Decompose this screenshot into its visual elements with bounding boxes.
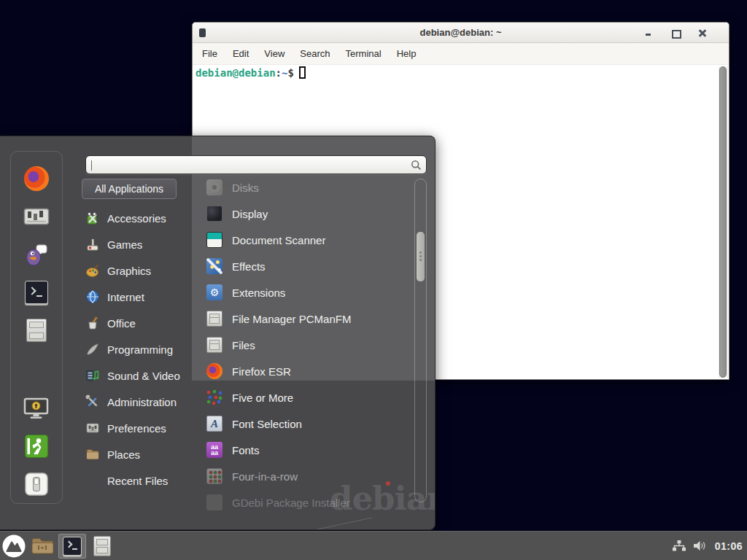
menu-scrollbar-thumb[interactable]	[417, 232, 425, 281]
favorite-firefox[interactable]	[23, 166, 50, 191]
app-label: Five or More	[232, 392, 293, 404]
app-label: Fonts	[232, 444, 260, 456]
terminal-prompt: debian@debian:~$	[196, 67, 306, 79]
four-in-a-row-icon	[206, 468, 222, 484]
firefox-icon	[206, 363, 222, 379]
disks-icon	[206, 179, 222, 195]
category-all-applications[interactable]: All Applications	[82, 179, 177, 199]
app-item-display[interactable]: Display	[206, 201, 412, 227]
category-label: Games	[107, 238, 142, 251]
terminal-scrollbar-thumb[interactable]	[719, 66, 727, 378]
menu-view[interactable]: View	[264, 48, 285, 59]
app-item-four-in-a-row[interactable]: Four-in-a-row	[206, 463, 412, 489]
category-sound-video[interactable]: Sound & Video	[82, 362, 201, 389]
network-icon[interactable]	[672, 540, 686, 552]
category-graphics[interactable]: Graphics	[82, 257, 201, 284]
app-label: Disks	[232, 182, 259, 194]
menu-terminal[interactable]: Terminal	[346, 48, 382, 59]
category-label: Graphics	[107, 265, 151, 277]
clock[interactable]: 01:06	[713, 540, 743, 552]
five-or-more-icon	[206, 389, 222, 405]
pidgin-icon	[24, 242, 49, 267]
favorite-terminal[interactable]	[23, 280, 50, 305]
app-item-files[interactable]: Files	[206, 332, 412, 358]
category-places[interactable]: Places	[82, 441, 201, 467]
session-lock-screen[interactable]	[23, 396, 50, 421]
search-input[interactable]	[86, 157, 411, 173]
sound-video-icon	[85, 368, 100, 383]
menu-search-box[interactable]	[85, 155, 427, 174]
document-scanner-icon	[206, 232, 222, 248]
display-icon	[206, 206, 222, 222]
category-office[interactable]: Office	[82, 310, 201, 336]
close-icon[interactable]	[698, 28, 707, 37]
category-accessories[interactable]: Accessories	[82, 205, 201, 231]
app-item-disks[interactable]: Disks	[206, 174, 412, 201]
menu-scrollbar[interactable]	[414, 179, 427, 502]
category-internet[interactable]: Internet	[82, 284, 201, 310]
app-item-document-scanner[interactable]: Document Scanner	[206, 227, 412, 253]
favorite-preferences[interactable]	[23, 204, 50, 229]
terminal-scrollbar[interactable]	[719, 66, 728, 378]
programming-icon	[85, 342, 100, 357]
taskbar-file-manager-folder[interactable]	[28, 532, 57, 560]
menu-edit[interactable]: Edit	[233, 48, 249, 59]
category-label: Programming	[107, 343, 173, 356]
wallpaper-swirl-line	[198, 518, 373, 530]
favorites-rail	[10, 151, 63, 504]
app-label: Files	[232, 339, 255, 351]
category-games[interactable]: Games	[82, 231, 201, 257]
fonts-icon: aa aa	[206, 442, 222, 458]
app-item-font-selection[interactable]: A Font Selection	[206, 411, 412, 437]
prompt-colon: :	[276, 67, 282, 79]
category-label: Sound & Video	[107, 370, 180, 382]
categories-column: All Applications Accessories Games	[82, 179, 201, 494]
taskbar-terminal[interactable]	[57, 532, 88, 560]
session-logout[interactable]	[23, 434, 50, 459]
category-administration[interactable]: Administration	[82, 389, 201, 415]
app-item-gdebi-package-installer[interactable]: GDebi Package Installer	[206, 489, 412, 516]
menu-button[interactable]	[0, 532, 28, 560]
menu-search[interactable]: Search	[300, 48, 330, 59]
app-label: Document Scanner	[232, 234, 325, 246]
menu-help[interactable]: Help	[397, 48, 417, 59]
app-item-five-or-more[interactable]: Five or More	[206, 384, 412, 411]
menu-file[interactable]: File	[202, 48, 217, 59]
app-item-fonts[interactable]: aa aa Fonts	[206, 437, 412, 463]
taskbar-files-cabinet[interactable]	[88, 532, 117, 560]
app-label: Extensions	[232, 287, 285, 299]
category-recent-files[interactable]: Recent Files	[82, 467, 201, 494]
favorite-file-manager[interactable]	[23, 318, 50, 343]
font-selection-icon: A	[206, 416, 222, 432]
app-item-effects[interactable]: Effects	[206, 253, 412, 279]
firefox-icon	[24, 166, 49, 191]
internet-globe-icon	[85, 289, 100, 304]
category-label: Office	[107, 317, 136, 330]
terminal-icon	[25, 281, 48, 304]
category-programming[interactable]: Programming	[82, 336, 201, 362]
app-item-extensions[interactable]: ⚙ Extensions	[206, 279, 412, 306]
applications-list: Disks Display Document Scanner Effects ⚙…	[206, 174, 412, 516]
category-label: Preferences	[107, 422, 166, 435]
app-label: Effects	[232, 260, 266, 273]
app-label: GDebi Package Installer	[232, 497, 350, 509]
games-icon	[85, 237, 100, 252]
terminal-titlebar[interactable]: debian@debian: ~	[193, 23, 729, 43]
category-label: Places	[107, 448, 140, 461]
effects-icon	[206, 258, 222, 274]
app-label: Display	[232, 208, 268, 220]
volume-icon[interactable]	[692, 540, 708, 552]
terminal-menubar: File Edit View Search Terminal Help	[193, 43, 729, 65]
app-label: Firefox ESR	[232, 365, 291, 378]
app-item-firefox-esr[interactable]: Firefox ESR	[206, 358, 412, 384]
file-cabinet-icon	[206, 311, 222, 327]
category-preferences[interactable]: Preferences	[82, 415, 201, 441]
app-item-file-manager-pcmanfm[interactable]: File Manager PCManFM	[206, 306, 412, 332]
category-label: Accessories	[107, 212, 166, 225]
desktop: debian@debian: ~ File Edit View Search T…	[0, 0, 747, 560]
favorite-pidgin[interactable]	[23, 242, 50, 267]
session-shutdown[interactable]	[23, 472, 50, 497]
file-cabinet-icon	[93, 536, 111, 556]
minimize-icon[interactable]	[644, 28, 653, 37]
maximize-icon[interactable]	[671, 28, 680, 37]
